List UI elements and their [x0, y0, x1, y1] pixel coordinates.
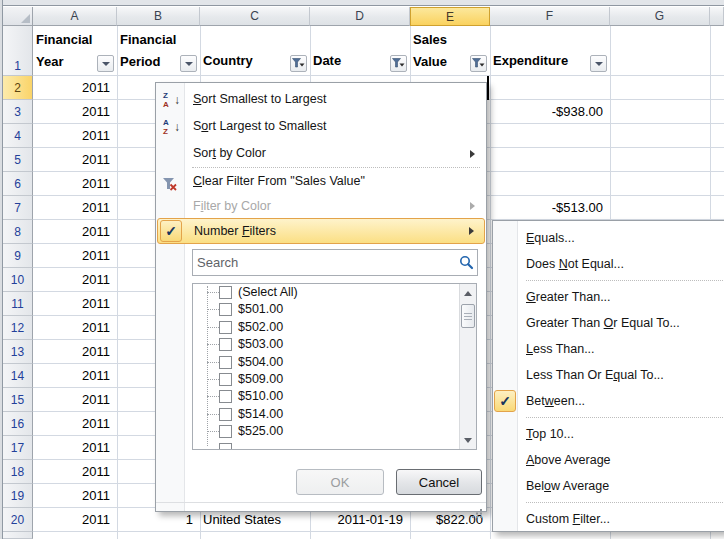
- cell-A13[interactable]: 2011: [36, 343, 110, 360]
- resize-grip-icon[interactable]: [471, 504, 483, 513]
- cell-D20[interactable]: 2011-01-19: [313, 511, 403, 528]
- submenu-item-below-average[interactable]: Below Average: [493, 473, 724, 499]
- row-header-17[interactable]: 17: [3, 436, 33, 460]
- cell-A7[interactable]: 2011: [36, 199, 110, 216]
- filter-button-B[interactable]: [180, 55, 197, 72]
- cell-F3[interactable]: -$938.00: [493, 103, 603, 120]
- list-item[interactable]: $504.00: [193, 354, 458, 371]
- cell-A9[interactable]: 2011: [36, 247, 110, 264]
- cell-A6[interactable]: 2011: [36, 175, 110, 192]
- value-checkbox[interactable]: [219, 303, 232, 316]
- cell-A4[interactable]: 2011: [36, 127, 110, 144]
- cell-A17[interactable]: 2011: [36, 439, 110, 456]
- column-header-E[interactable]: E: [410, 7, 490, 26]
- row-header-7[interactable]: 7: [3, 196, 33, 220]
- cell-A3[interactable]: 2011: [36, 103, 110, 120]
- submenu-item-greater-than[interactable]: Greater Than...: [493, 284, 724, 310]
- row-header-2[interactable]: 2: [3, 76, 33, 100]
- cell-A20[interactable]: 2011: [36, 511, 110, 528]
- menu-item-sort-largest-to-smallest[interactable]: Sort Largest to SmallestZA↓: [157, 113, 485, 140]
- cell-A10[interactable]: 2011: [36, 271, 110, 288]
- row-header-1[interactable]: 1: [3, 26, 33, 76]
- cell-A19[interactable]: 2011: [36, 487, 110, 504]
- cell-C20[interactable]: United States: [203, 511, 303, 528]
- cell-A11[interactable]: 2011: [36, 295, 110, 312]
- row-header-20[interactable]: 20: [3, 508, 33, 532]
- value-checkbox[interactable]: [219, 356, 232, 369]
- cell-A15[interactable]: 2011: [36, 391, 110, 408]
- row-header-14[interactable]: 14: [3, 364, 33, 388]
- row-header-partial[interactable]: [3, 532, 33, 539]
- row-header-16[interactable]: 16: [3, 412, 33, 436]
- value-checkbox[interactable]: [219, 286, 232, 299]
- search-input[interactable]: [193, 255, 457, 270]
- value-checkbox[interactable]: [219, 425, 232, 438]
- row-header-10[interactable]: 10: [3, 268, 33, 292]
- cell-A16[interactable]: 2011: [36, 415, 110, 432]
- column-header-partial[interactable]: [710, 7, 724, 26]
- column-header-B[interactable]: B: [117, 7, 200, 26]
- value-checkbox[interactable]: [219, 338, 232, 351]
- submenu-item-top-10[interactable]: Top 10...: [493, 421, 724, 447]
- row-header-4[interactable]: 4: [3, 124, 33, 148]
- list-item[interactable]: [193, 441, 458, 449]
- cell-A14[interactable]: 2011: [36, 367, 110, 384]
- filter-button-F[interactable]: [590, 55, 607, 72]
- list-item[interactable]: $525.00: [193, 423, 458, 440]
- submenu-item-equals[interactable]: Equals...: [493, 225, 724, 251]
- list-item[interactable]: $503.00: [193, 336, 458, 353]
- cell-F7[interactable]: -$513.00: [493, 199, 603, 216]
- list-item[interactable]: $502.00: [193, 319, 458, 336]
- cell-A2[interactable]: 2011: [36, 79, 110, 96]
- submenu-item-less-than[interactable]: Less Than...: [493, 336, 724, 362]
- row-header-9[interactable]: 9: [3, 244, 33, 268]
- filter-button-D[interactable]: [390, 55, 407, 72]
- submenu-item-does-not-equal[interactable]: Does Not Equal...: [493, 251, 724, 277]
- list-item[interactable]: $514.00: [193, 406, 458, 423]
- cancel-button[interactable]: Cancel: [396, 469, 482, 495]
- row-header-18[interactable]: 18: [3, 460, 33, 484]
- row-header-19[interactable]: 19: [3, 484, 33, 508]
- menu-item-sort-by-color[interactable]: Sort by Color: [157, 140, 485, 167]
- cell-A18[interactable]: 2011: [36, 463, 110, 480]
- cell-A8[interactable]: 2011: [36, 223, 110, 240]
- list-scrollbar[interactable]: [459, 284, 476, 449]
- cell-B20[interactable]: 1: [120, 511, 193, 528]
- scroll-up-button[interactable]: [460, 285, 476, 301]
- row-header-11[interactable]: 11: [3, 292, 33, 316]
- list-item[interactable]: $510.00: [193, 388, 458, 405]
- submenu-item-between[interactable]: ✓Between...: [493, 388, 724, 414]
- submenu-item-above-average[interactable]: Above Average: [493, 447, 724, 473]
- cell-A12[interactable]: 2011: [36, 319, 110, 336]
- scroll-down-button[interactable]: [460, 432, 476, 448]
- column-header-G[interactable]: G: [610, 7, 710, 26]
- column-header-D[interactable]: D: [310, 7, 410, 26]
- menu-item-sort-smallest-to-largest[interactable]: Sort Smallest to LargestAZ↓: [157, 86, 485, 113]
- row-header-12[interactable]: 12: [3, 316, 33, 340]
- row-header-8[interactable]: 8: [3, 220, 33, 244]
- submenu-item-less-than-or-equal-to[interactable]: Less Than Or Equal To...: [493, 362, 724, 388]
- submenu-item-custom-filter[interactable]: Custom Filter...: [493, 506, 724, 532]
- list-item[interactable]: (Select All): [193, 284, 458, 301]
- row-header-5[interactable]: 5: [3, 148, 33, 172]
- value-checkbox[interactable]: [219, 390, 232, 403]
- menu-item-number-filters[interactable]: Number Filters✓: [157, 218, 485, 244]
- submenu-item-greater-than-or-equal-to[interactable]: Greater Than Or Equal To...: [493, 310, 724, 336]
- value-checkbox[interactable]: [219, 408, 232, 421]
- row-header-6[interactable]: 6: [3, 172, 33, 196]
- column-header-C[interactable]: C: [200, 7, 310, 26]
- cell-A5[interactable]: 2011: [36, 151, 110, 168]
- select-all-corner[interactable]: [3, 7, 33, 26]
- row-header-13[interactable]: 13: [3, 340, 33, 364]
- value-checkbox[interactable]: [219, 373, 232, 386]
- column-header-A[interactable]: A: [33, 7, 117, 26]
- menu-item-clear-filter[interactable]: Clear Filter From "Sales Value": [157, 169, 485, 194]
- filter-button-C[interactable]: [290, 55, 307, 72]
- row-header-3[interactable]: 3: [3, 100, 33, 124]
- column-header-F[interactable]: F: [490, 7, 610, 26]
- value-checkbox[interactable]: [219, 443, 232, 449]
- list-item[interactable]: $501.00: [193, 301, 458, 318]
- value-checkbox[interactable]: [219, 321, 232, 334]
- scroll-thumb[interactable]: [461, 304, 475, 328]
- filter-button-A[interactable]: [97, 55, 114, 72]
